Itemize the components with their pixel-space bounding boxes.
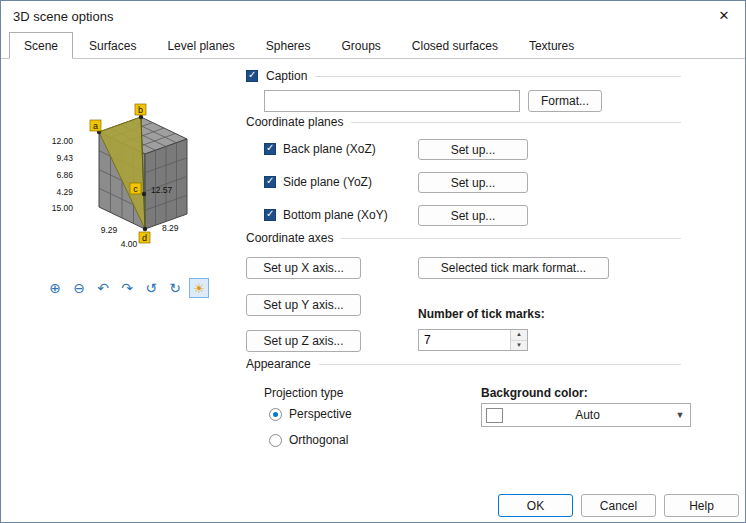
spinner-down-icon[interactable]: ▼	[511, 341, 527, 351]
divider	[351, 122, 681, 123]
side-plane-label: Side plane (YoZ)	[283, 175, 372, 189]
svg-text:9.29: 9.29	[101, 225, 118, 235]
caption-section: Caption	[246, 69, 681, 83]
coordinate-planes-section: Coordinate planes	[246, 115, 681, 129]
coordinate-axes-section: Coordinate axes	[246, 231, 681, 245]
tick-count-label: Number of tick marks:	[418, 307, 545, 321]
titlebar: 3D scene options ✕	[1, 1, 745, 31]
dialog-3d-scene-options: { "window": { "title": "3D scene options…	[0, 0, 746, 523]
rotate-left-icon[interactable]: ↶	[93, 278, 113, 298]
point-label-d: d	[142, 233, 147, 243]
divider	[341, 238, 681, 239]
cancel-button[interactable]: Cancel	[581, 494, 656, 517]
side-plane-row: Side plane (YoZ)	[264, 175, 372, 189]
point-label-a: a	[93, 121, 98, 131]
back-plane-setup-button[interactable]: Set up...	[418, 139, 528, 160]
caption-label: Caption	[266, 69, 307, 83]
projection-type-label: Projection type	[264, 386, 343, 400]
background-color-value: Auto	[503, 408, 672, 422]
svg-text:12.57: 12.57	[151, 185, 173, 195]
appearance-heading: Appearance	[246, 357, 311, 371]
divider	[319, 364, 681, 365]
selected-tick-mark-format-button[interactable]: Selected tick mark format...	[418, 257, 609, 279]
window-title: 3D scene options	[13, 9, 113, 24]
rotate-right-icon[interactable]: ↷	[117, 278, 137, 298]
divider	[315, 76, 681, 77]
tab-level-planes[interactable]: Level planes	[152, 34, 249, 58]
point-label-b: b	[138, 105, 143, 115]
appearance-section: Appearance	[246, 357, 681, 371]
background-color-label: Background color:	[481, 386, 588, 400]
back-plane-row: Back plane (XoZ)	[264, 142, 376, 156]
tick-count-spinner: ▲ ▼	[418, 329, 528, 351]
bottom-plane-checkbox[interactable]	[264, 209, 276, 221]
tab-textures[interactable]: Textures	[514, 34, 589, 58]
perspective-label: Perspective	[289, 407, 352, 421]
bottom-plane-setup-button[interactable]: Set up...	[418, 205, 528, 226]
caption-checkbox[interactable]	[246, 70, 258, 82]
side-plane-setup-button[interactable]: Set up...	[418, 172, 528, 193]
svg-text:12.00: 12.00	[52, 136, 74, 146]
setup-y-axis-button[interactable]: Set up Y axis...	[246, 294, 361, 316]
svg-text:4.29: 4.29	[56, 187, 73, 197]
side-plane-checkbox[interactable]	[264, 176, 276, 188]
orthogonal-radio[interactable]	[269, 434, 282, 447]
svg-text:8.29: 8.29	[162, 223, 179, 233]
svg-text:4.00: 4.00	[121, 239, 138, 249]
zoom-in-icon[interactable]: ⊕	[45, 278, 65, 298]
tab-scene[interactable]: Scene	[9, 32, 73, 59]
background-color-dropdown[interactable]: Auto ▼	[481, 403, 691, 427]
tab-spheres[interactable]: Spheres	[251, 34, 326, 58]
zoom-out-icon[interactable]: ⊖	[69, 278, 89, 298]
perspective-radio[interactable]	[269, 408, 282, 421]
color-swatch	[486, 408, 503, 423]
chevron-down-icon: ▼	[672, 410, 688, 420]
tab-surfaces[interactable]: Surfaces	[74, 34, 151, 58]
light-icon[interactable]: ☀	[189, 278, 209, 298]
scene-preview: a b c d 12.00 9.43 6.86 4.29 15.00 9.29 …	[29, 97, 234, 259]
ok-button[interactable]: OK	[498, 494, 573, 517]
svg-text:15.00: 15.00	[52, 203, 74, 213]
orthogonal-option[interactable]: Orthogonal	[269, 433, 348, 447]
back-plane-checkbox[interactable]	[264, 143, 276, 155]
spinner-up-icon[interactable]: ▲	[511, 330, 527, 341]
rotate-up-icon[interactable]: ↺	[141, 278, 161, 298]
svg-text:6.86: 6.86	[56, 170, 73, 180]
caption-input[interactable]	[264, 90, 520, 112]
help-button[interactable]: Help	[664, 494, 739, 517]
back-plane-label: Back plane (XoZ)	[283, 142, 376, 156]
tick-count-input[interactable]	[419, 330, 510, 350]
orthogonal-label: Orthogonal	[289, 433, 348, 447]
setup-z-axis-button[interactable]: Set up Z axis...	[246, 330, 361, 352]
tab-closed-surfaces[interactable]: Closed surfaces	[397, 34, 513, 58]
tab-strip: Scene Surfaces Level planes Spheres Grou…	[1, 33, 745, 59]
bottom-plane-label: Bottom plane (XoY)	[283, 208, 388, 222]
setup-x-axis-button[interactable]: Set up X axis...	[246, 257, 361, 279]
close-icon[interactable]: ✕	[713, 6, 735, 26]
caption-format-button[interactable]: Format...	[528, 90, 602, 112]
tab-groups[interactable]: Groups	[326, 34, 395, 58]
perspective-option[interactable]: Perspective	[269, 407, 352, 421]
svg-text:9.43: 9.43	[56, 153, 73, 163]
coordinate-axes-heading: Coordinate axes	[246, 231, 333, 245]
preview-toolbar: ⊕ ⊖ ↶ ↷ ↺ ↻ ☀	[45, 278, 209, 298]
rotate-down-icon[interactable]: ↻	[165, 278, 185, 298]
coordinate-planes-heading: Coordinate planes	[246, 115, 343, 129]
bottom-plane-row: Bottom plane (XoY)	[264, 208, 388, 222]
point-label-c: c	[133, 184, 138, 194]
